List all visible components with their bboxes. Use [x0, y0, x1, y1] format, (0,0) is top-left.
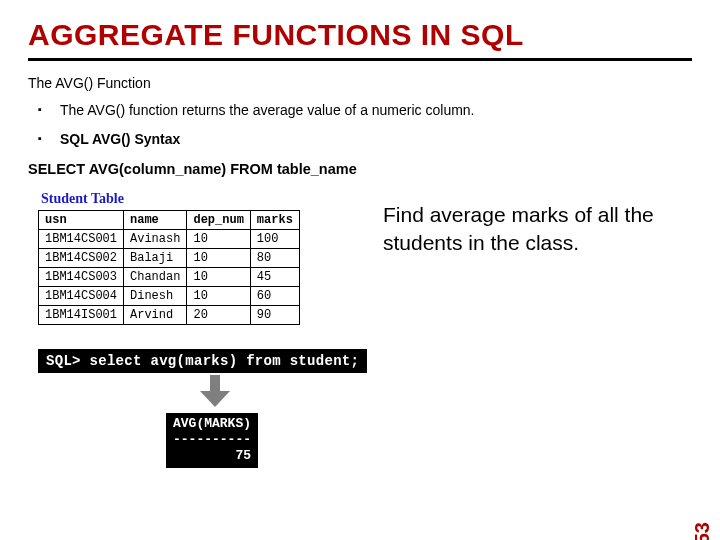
table-row: 1BM14CS001 Avinash 10 100 — [39, 229, 300, 248]
cell: Dinesh — [124, 286, 187, 305]
student-table-wrap: Student Table usn name dep_num marks 1BM… — [38, 191, 338, 325]
bullet-item: SQL AVG() Syntax — [38, 130, 692, 149]
sql-command-bar: SQL> select avg(marks) from student; — [38, 349, 367, 373]
cell: 1BM14CS004 — [39, 286, 124, 305]
question-text: Find average marks of all the students i… — [383, 201, 718, 258]
table-body: 1BM14CS001 Avinash 10 100 1BM14CS002 Bal… — [39, 229, 300, 324]
cell: Balaji — [124, 248, 187, 267]
sql-prompt: SQL> — [46, 353, 81, 369]
col-header: dep_num — [187, 210, 250, 229]
table-row: 1BM14CS002 Balaji 10 80 — [39, 248, 300, 267]
cell: 45 — [250, 267, 299, 286]
slide: AGGREGATE FUNCTIONS IN SQL The AVG() Fun… — [0, 0, 720, 540]
cell: 10 — [187, 248, 250, 267]
cell: 1BM14CS003 — [39, 267, 124, 286]
sql-query: select avg(marks) from student; — [90, 353, 360, 369]
sql-result: AVG(MARKS) ---------- 75 — [166, 413, 258, 468]
syntax-line: SELECT AVG(column_name) FROM table_name — [28, 161, 692, 177]
cell: 60 — [250, 286, 299, 305]
page-number: 53 — [691, 522, 714, 540]
cell: 10 — [187, 267, 250, 286]
cell: 10 — [187, 286, 250, 305]
bullet-item: The AVG() function returns the average v… — [38, 101, 692, 120]
cell: 1BM14CS001 — [39, 229, 124, 248]
result-divider: ---------- — [173, 432, 251, 448]
title-rule — [28, 58, 692, 61]
cell: Arvind — [124, 305, 187, 324]
arrow-down-icon — [198, 375, 232, 409]
col-header: marks — [250, 210, 299, 229]
table-row: 1BM14IS001 Arvind 20 90 — [39, 305, 300, 324]
table-header-row: usn name dep_num marks — [39, 210, 300, 229]
col-header: usn — [39, 210, 124, 229]
cell: 100 — [250, 229, 299, 248]
student-table: usn name dep_num marks 1BM14CS001 Avinas… — [38, 210, 300, 325]
table-caption: Student Table — [38, 191, 338, 207]
result-column: AVG(MARKS) — [173, 416, 251, 432]
subheading: The AVG() Function — [28, 75, 692, 91]
cell: 10 — [187, 229, 250, 248]
bullet-list: The AVG() function returns the average v… — [28, 101, 692, 149]
table-row: 1BM14CS004 Dinesh 10 60 — [39, 286, 300, 305]
col-header: name — [124, 210, 187, 229]
cell: 1BM14CS002 — [39, 248, 124, 267]
cell: 80 — [250, 248, 299, 267]
cell: 1BM14IS001 — [39, 305, 124, 324]
slide-title: AGGREGATE FUNCTIONS IN SQL — [28, 18, 692, 52]
cell: Avinash — [124, 229, 187, 248]
cell: 90 — [250, 305, 299, 324]
cell: 20 — [187, 305, 250, 324]
table-row: 1BM14CS003 Chandan 10 45 — [39, 267, 300, 286]
result-value: 75 — [173, 448, 251, 464]
cell: Chandan — [124, 267, 187, 286]
